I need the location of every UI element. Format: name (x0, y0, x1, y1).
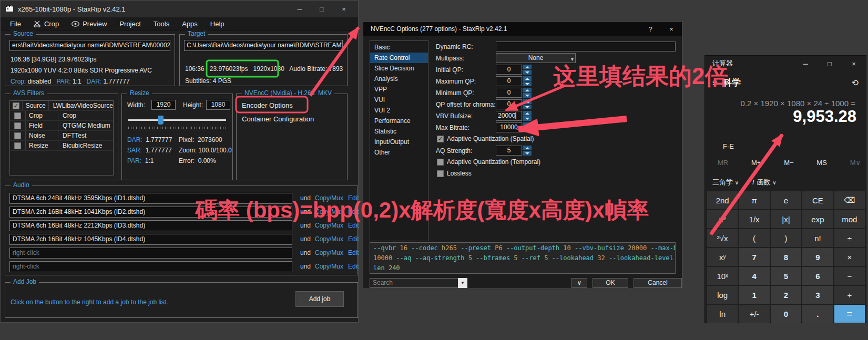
field-spin-input[interactable]: 0 (496, 65, 522, 75)
field-spin-input[interactable]: 0 (496, 76, 522, 86)
spin-up-button[interactable] (523, 111, 532, 116)
filter-checkbox[interactable] (14, 112, 21, 119)
calc-key-8[interactable]: 8 (771, 248, 801, 266)
filter-checkbox[interactable] (14, 142, 21, 149)
spin-up-button[interactable] (523, 65, 532, 69)
ok-button[interactable]: OK (593, 278, 628, 288)
calc-key-_[interactable]: ( (739, 229, 769, 247)
calc-key-1_x[interactable]: 1/x (739, 210, 769, 228)
field-spin-input[interactable]: 10000 (496, 122, 522, 132)
calc-key-_[interactable]: = (834, 305, 865, 323)
calc-key-2[interactable]: 2 (771, 286, 801, 304)
audio-copy-mux-link[interactable]: Copy/Mux (315, 263, 343, 270)
resize-slider-thumb[interactable] (158, 116, 164, 125)
calc-key-4[interactable]: 4 (739, 267, 769, 285)
field-spin-input[interactable]: 0 (496, 88, 522, 98)
calc-dropdown-function[interactable]: f函数 ∨ (752, 178, 777, 187)
calc-key-_[interactable]: + (834, 286, 865, 304)
avs-filter-row[interactable]: ✓SourceLWLibavVideoSource (10, 101, 113, 111)
memory-button-MR[interactable]: MR (718, 159, 728, 167)
avs-filter-row[interactable]: NoiseDFTTest (10, 131, 113, 141)
audio-edit-link[interactable]: Edit (348, 249, 359, 256)
field-spin-input[interactable]: 0 (496, 99, 522, 109)
calc-minimize-button[interactable]: ─ (793, 60, 818, 68)
memory-button-M[interactable]: M∨ (850, 159, 861, 167)
calc-dropdown-trig[interactable]: 三角学 ∨ (712, 178, 739, 187)
menu-item-crop[interactable]: Crop (27, 17, 65, 30)
calc-key-x_[interactable]: xʸ (707, 248, 738, 266)
calc-key-2nd[interactable]: 2nd (707, 191, 738, 209)
calc-key-_[interactable]: π (739, 191, 769, 209)
menu-item-help[interactable]: Help (204, 17, 231, 30)
expand-button[interactable]: ∨ (571, 278, 587, 288)
filter-checkbox[interactable] (14, 132, 21, 139)
audio-copy-mux-link[interactable]: Copy/Mux (315, 235, 343, 243)
calc-maximize-button[interactable]: □ (818, 60, 842, 68)
fe-button[interactable]: F-E (723, 142, 734, 150)
add-job-button[interactable]: Add job (295, 291, 344, 307)
calc-key-1[interactable]: 1 (739, 286, 769, 304)
avs-filter-row[interactable]: FieldQTGMC Medium (10, 121, 113, 131)
spin-up-button[interactable] (523, 122, 532, 127)
search-input[interactable]: Search (370, 278, 467, 288)
field-checkbox[interactable] (437, 170, 444, 177)
spin-down-button[interactable] (523, 128, 532, 132)
calc-key-_[interactable]: ) (771, 229, 801, 247)
calc-key-mod[interactable]: mod (834, 210, 865, 228)
resize-slider[interactable] (128, 119, 226, 121)
calc-close-button[interactable]: × (842, 60, 866, 68)
calc-key-_x_[interactable]: |x| (771, 210, 801, 228)
calc-key-CE[interactable]: CE (802, 191, 833, 209)
audio-track-input[interactable]: right-click (9, 248, 292, 259)
filter-checkbox[interactable] (14, 122, 21, 129)
spin-up-button[interactable] (523, 88, 532, 92)
encoder-options-link[interactable]: Encoder Options (242, 101, 293, 109)
search-dropdown-button[interactable]: ▾ (458, 278, 467, 288)
field-checkbox[interactable]: ✓ (437, 136, 444, 142)
maximize-button[interactable]: □ (313, 5, 331, 13)
audio-track-input[interactable]: right-click (9, 261, 292, 272)
close-button[interactable]: × (335, 5, 353, 13)
field-text-input[interactable] (496, 42, 676, 51)
spin-up-button[interactable] (523, 146, 532, 150)
audio-edit-link[interactable]: Edit (348, 263, 359, 270)
avs-filter-row[interactable]: CropCrop (10, 111, 113, 121)
container-configuration-link[interactable]: Container Configuration (242, 115, 314, 123)
audio-copy-mux-link[interactable]: Copy/Mux (315, 249, 343, 256)
menu-item-tools[interactable]: Tools (147, 17, 176, 30)
target-path-input[interactable]: C:\Users\Bai\Videos\media\your name\BDMV… (184, 40, 343, 51)
calc-key-_[interactable]: − (834, 267, 865, 285)
memory-button-MS[interactable]: MS (816, 159, 827, 167)
audio-edit-link[interactable]: Edit (348, 235, 359, 243)
calc-key-3[interactable]: 3 (802, 286, 833, 304)
source-path-input[interactable]: ers\Bai\Videos\media\your name\BDMV\STRE… (9, 40, 170, 51)
filter-checkbox[interactable]: ✓ (13, 102, 19, 109)
calc-key-6[interactable]: 6 (802, 267, 833, 285)
calc-key-e[interactable]: e (771, 191, 801, 209)
minimize-button[interactable]: ─ (291, 5, 309, 13)
menu-item-project[interactable]: Project (113, 17, 147, 30)
calc-key-_[interactable]: +/- (739, 305, 769, 323)
dialog-close-button[interactable]: × (661, 25, 682, 33)
calc-key-_[interactable]: × (834, 248, 865, 266)
height-input[interactable]: 1080 (206, 100, 230, 110)
calc-key-_x[interactable]: ²√x (707, 229, 738, 247)
calc-key-7[interactable]: 7 (739, 248, 769, 266)
calc-key-ln[interactable]: ln (707, 305, 738, 323)
spin-down-button[interactable] (523, 81, 532, 86)
menu-item-preview[interactable]: Preview (65, 17, 113, 30)
calc-key-_[interactable]: . (802, 305, 833, 323)
spin-down-button[interactable] (523, 70, 532, 75)
audio-track-input[interactable]: DTSMA 2ch 16Bit 48kHz 1045Kbps (ID4.dtsh… (9, 234, 292, 245)
calc-key-exp[interactable]: exp (802, 210, 833, 228)
memory-button-M[interactable]: M− (784, 159, 793, 167)
calc-key-log[interactable]: log (707, 286, 738, 304)
calc-key-_[interactable]: ⌫ (834, 191, 865, 209)
history-icon[interactable]: ⟲ (852, 78, 859, 88)
menu-item-file[interactable]: File (4, 17, 27, 30)
calc-key-0[interactable]: 0 (771, 305, 801, 323)
help-button[interactable]: ? (640, 25, 661, 33)
spin-down-button[interactable] (523, 93, 532, 98)
spin-down-button[interactable] (523, 116, 532, 121)
avs-filter-row[interactable]: ResizeBicubicResize (10, 141, 113, 151)
